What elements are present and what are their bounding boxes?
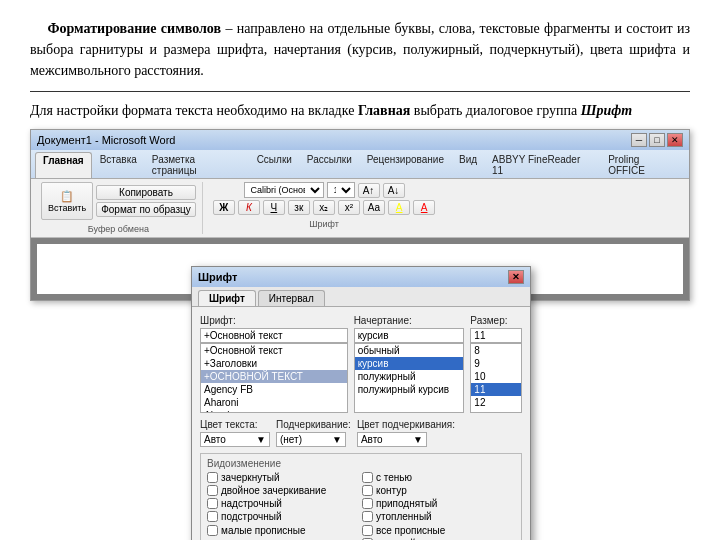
style-label: Начертание: — [354, 315, 465, 326]
clear-format-button[interactable]: Аа — [363, 200, 385, 215]
tab-razmetka[interactable]: Разметка страницы — [145, 152, 249, 178]
prit-checkbox[interactable] — [362, 498, 373, 509]
underline-color-value: Авто — [361, 434, 383, 445]
paste-button[interactable]: 📋 Вставить — [41, 182, 93, 220]
maximize-button[interactable]: □ — [649, 133, 665, 147]
underline-color-select[interactable]: Авто ▼ — [357, 432, 427, 447]
font-listbox[interactable]: +Основной текст +Заголовки +ОСНОВНОЙ ТЕК… — [200, 343, 348, 413]
zach-checkbox[interactable] — [207, 472, 218, 483]
size-item-12[interactable]: 12 — [471, 396, 521, 409]
checkbox-cont: контур — [362, 485, 515, 496]
underline-button[interactable]: Ч — [263, 200, 285, 215]
tab-recenz[interactable]: Рецензирование — [360, 152, 451, 178]
nadzk-label: надстрочный — [221, 498, 282, 509]
font-item-2[interactable]: +Заголовки — [201, 357, 347, 370]
ribbon-group-font: Calibri (Основной те... 11 A↑ A↓ Ж К Ч з… — [207, 182, 441, 229]
font-row2: Ж К Ч зк х₂ х² Аа А А — [213, 200, 435, 215]
cont-checkbox[interactable] — [362, 485, 373, 496]
dialog-tab-font[interactable]: Шрифт — [198, 290, 256, 306]
ribbon-group-clipboard: 📋 Вставить Копировать Формат по образцу … — [35, 182, 203, 234]
checkbox-utop: утопленный — [362, 511, 515, 522]
font-item-6[interactable]: Algerian — [201, 409, 347, 413]
style-listbox[interactable]: обычный курсив полужирный полужирный кур… — [354, 343, 465, 413]
tab-proling[interactable]: Proling OFFICE — [601, 152, 685, 178]
minimize-button[interactable]: ─ — [631, 133, 647, 147]
font-name-select[interactable]: Calibri (Основной те... — [244, 182, 324, 198]
underline-select[interactable]: (нет) ▼ — [276, 432, 346, 447]
highlight-button[interactable]: А — [388, 200, 410, 215]
tab-vstavka[interactable]: Вставка — [93, 152, 144, 178]
word-window: Документ1 - Microsoft Word ─ □ ✕ Главная… — [30, 129, 690, 301]
tab-glavnaya[interactable]: Главная — [35, 152, 92, 178]
checkbox-prit: приподнятый — [362, 498, 515, 509]
allpr-checkbox[interactable] — [362, 525, 373, 536]
font-size-select[interactable]: 11 — [327, 182, 355, 198]
tab-abbyy[interactable]: ABBYY FineReader 11 — [485, 152, 600, 178]
style-item-2[interactable]: курсив — [355, 357, 464, 370]
subscript-button[interactable]: х₂ — [313, 200, 335, 215]
utop-label: утопленный — [376, 511, 432, 522]
style-input[interactable] — [354, 328, 465, 343]
prit-label: приподнятый — [376, 498, 437, 509]
tab-rassylki[interactable]: Рассылки — [300, 152, 359, 178]
font-item-3[interactable]: +ОСНОВНОЙ ТЕКСТ — [201, 370, 347, 383]
paste-label: Вставить — [48, 203, 86, 213]
nadzk-checkbox[interactable] — [207, 498, 218, 509]
allpr-label: все прописные — [376, 525, 445, 536]
font-item-4[interactable]: Agency FB — [201, 383, 347, 396]
format-brush-button[interactable]: Формат по образцу — [96, 202, 196, 217]
checkbox-dbl: двойное зачеркивание — [207, 485, 360, 496]
font-color-label: Цвет текста: — [200, 419, 270, 430]
effects-grid2: малые прописные все прописные скрытый — [207, 525, 515, 540]
size-item-10[interactable]: 10 — [471, 370, 521, 383]
size-item-9[interactable]: 9 — [471, 357, 521, 370]
font-color-select[interactable]: Авто ▼ — [200, 432, 270, 447]
font-group-label: Шрифт — [309, 219, 339, 229]
para2-text: Для настройки формата текста необходимо … — [30, 103, 358, 118]
text-color-button[interactable]: А — [413, 200, 435, 215]
copy-button[interactable]: Копировать — [96, 185, 196, 200]
superscript-button[interactable]: х² — [338, 200, 360, 215]
dbl-checkbox[interactable] — [207, 485, 218, 496]
font-name-input[interactable] — [200, 328, 348, 343]
bold-button[interactable]: Ж — [213, 200, 235, 215]
podzk-checkbox[interactable] — [207, 511, 218, 522]
utop-checkbox[interactable] — [362, 511, 373, 522]
font-row1: Calibri (Основной те... 11 A↑ A↓ — [244, 182, 405, 198]
checkbox-ten: с тенью — [362, 472, 515, 483]
zach-label: зачеркнутый — [221, 472, 280, 483]
clipboard-buttons: 📋 Вставить Копировать Формат по образцу — [41, 182, 196, 220]
malpr-checkbox[interactable] — [207, 525, 218, 536]
style-item-1[interactable]: обычный — [355, 344, 464, 357]
effects-section: Видоизменение зачеркнутый с тенью — [200, 453, 522, 540]
font-label: Шрифт: — [200, 315, 348, 326]
underline-label: Подчеркивание: — [276, 419, 351, 430]
para2-italic: Шрифт — [581, 103, 632, 118]
dialog-tab-interval[interactable]: Интервал — [258, 290, 325, 306]
style-item-4[interactable]: полужирный курсив — [355, 383, 464, 396]
decrease-font-button[interactable]: A↓ — [383, 183, 405, 198]
effects-grid: зачеркнутый с тенью двойное зачеркивание — [207, 472, 515, 522]
increase-font-button[interactable]: A↑ — [358, 183, 380, 198]
underline-dropdown-icon: ▼ — [332, 434, 342, 445]
ten-label: с тенью — [376, 472, 412, 483]
italic-button[interactable]: К — [238, 200, 260, 215]
size-item-11[interactable]: 11 — [471, 383, 521, 396]
dialog-tabs: Шрифт Интервал — [192, 287, 530, 307]
tab-ssylki[interactable]: Ссылки — [250, 152, 299, 178]
tab-vid[interactable]: Вид — [452, 152, 484, 178]
font-item-1[interactable]: +Основной текст — [201, 344, 347, 357]
win-buttons: ─ □ ✕ — [631, 133, 683, 147]
strikethrough-button[interactable]: зк — [288, 200, 310, 215]
close-button[interactable]: ✕ — [667, 133, 683, 147]
ten-checkbox[interactable] — [362, 472, 373, 483]
size-item-8[interactable]: 8 — [471, 344, 521, 357]
ribbon-tabs: Главная Вставка Разметка страницы Ссылки… — [31, 150, 689, 179]
size-listbox[interactable]: 8 9 10 11 12 — [470, 343, 522, 413]
style-item-3[interactable]: полужирный — [355, 370, 464, 383]
font-item-5[interactable]: Aharoni — [201, 396, 347, 409]
dialog-close-button[interactable]: ✕ — [508, 270, 524, 284]
size-input[interactable] — [470, 328, 522, 343]
malpr-label: малые прописные — [221, 525, 306, 536]
dialog-style-col: Начертание: обычный курсив полужирный по… — [354, 315, 465, 413]
